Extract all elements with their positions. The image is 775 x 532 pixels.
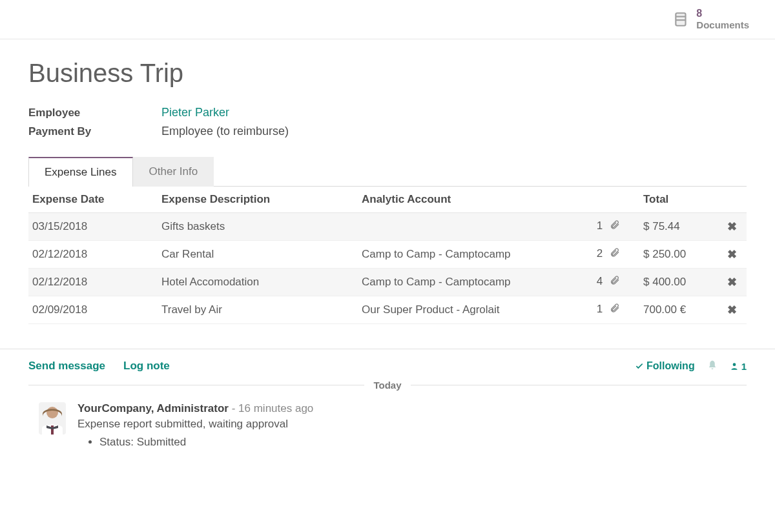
cell-desc: Gifts baskets: [158, 212, 358, 240]
tabs: Expense Lines Other Info: [28, 156, 747, 187]
employee-value[interactable]: Pieter Parker: [161, 106, 229, 119]
follower-count-button[interactable]: 1: [730, 361, 747, 372]
person-icon: [730, 362, 739, 371]
cell-total: 700.00 €: [639, 296, 723, 323]
cell-attachments[interactable]: 2: [593, 240, 639, 268]
cell-analytic: Camp to Camp - Camptocamp: [358, 240, 593, 268]
cell-total: $ 400.00: [639, 268, 723, 296]
col-header-total[interactable]: Total: [639, 187, 723, 213]
check-icon: [635, 362, 644, 371]
cell-date: 02/12/2018: [28, 268, 158, 296]
cell-date: 02/12/2018: [28, 240, 158, 268]
table-row[interactable]: 02/12/2018Hotel AccomodationCamp to Camp…: [28, 268, 747, 296]
employee-label: Employee: [28, 107, 161, 119]
delete-row-button[interactable]: ✖: [727, 303, 737, 316]
page-title: Business Trip: [28, 59, 747, 88]
svg-rect-6: [51, 425, 54, 435]
message-status-item: Status: Submitted: [99, 436, 313, 449]
paperclip-icon[interactable]: [610, 220, 620, 233]
cell-desc: Car Rental: [158, 240, 358, 268]
expense-table: Expense Date Expense Description Analyti…: [28, 187, 747, 324]
col-header-desc[interactable]: Expense Description: [158, 187, 358, 213]
table-row[interactable]: 03/15/2018Gifts baskets1 $ 75.44✖: [28, 212, 747, 240]
paperclip-icon[interactable]: [610, 303, 620, 316]
message-text: Expense report submitted, waiting approv…: [78, 418, 313, 431]
follower-count: 1: [741, 361, 747, 372]
documents-icon: [673, 11, 690, 28]
field-group: Employee Pieter Parker Payment By Employ…: [28, 106, 747, 138]
documents-label: Documents: [696, 19, 749, 30]
cell-desc: Hotel Accomodation: [158, 268, 358, 296]
message: YourCompany, Administrator - 16 minutes …: [0, 391, 775, 458]
svg-point-5: [46, 407, 58, 418]
cell-date: 02/09/2018: [28, 296, 158, 323]
separator-label: Today: [364, 380, 410, 391]
col-header-analytic[interactable]: Analytic Account: [358, 187, 593, 213]
documents-count: 8: [696, 8, 749, 19]
tab-other-info[interactable]: Other Info: [133, 157, 214, 187]
message-author[interactable]: YourCompany, Administrator: [78, 402, 229, 414]
delete-row-button[interactable]: ✖: [727, 276, 737, 289]
date-separator: Today: [0, 380, 775, 391]
delete-row-button[interactable]: ✖: [727, 220, 737, 233]
payment-value: Employee (to reimburse): [161, 125, 289, 138]
cell-analytic: Our Super Product - Agrolait: [358, 296, 593, 323]
paperclip-icon[interactable]: [610, 247, 620, 261]
bell-icon[interactable]: [707, 360, 718, 373]
cell-attachments[interactable]: 4: [593, 268, 639, 296]
log-note-button[interactable]: Log note: [123, 360, 170, 373]
col-header-date[interactable]: Expense Date: [28, 187, 158, 213]
send-message-button[interactable]: Send message: [28, 360, 105, 373]
cell-analytic: Camp to Camp - Camptocamp: [358, 268, 593, 296]
cell-date: 03/15/2018: [28, 212, 158, 240]
chatter-toolbar: Send message Log note Following 1: [0, 349, 775, 380]
svg-point-3: [732, 363, 736, 366]
header-bar: 8 Documents: [0, 4, 775, 39]
delete-row-button[interactable]: ✖: [727, 248, 737, 261]
tab-expense-lines[interactable]: Expense Lines: [28, 157, 133, 187]
cell-attachments[interactable]: 1: [593, 212, 639, 240]
table-row[interactable]: 02/12/2018Car RentalCamp to Camp - Campt…: [28, 240, 747, 268]
following-button[interactable]: Following: [635, 360, 695, 372]
documents-button[interactable]: 8 Documents: [673, 8, 749, 31]
message-time: - 16 minutes ago: [232, 402, 314, 414]
cell-attachments[interactable]: 1: [593, 296, 639, 323]
cell-analytic: [358, 212, 593, 240]
paperclip-icon[interactable]: [610, 275, 620, 289]
avatar: [39, 402, 66, 435]
cell-total: $ 75.44: [639, 212, 723, 240]
following-label: Following: [646, 360, 695, 372]
payment-label: Payment By: [28, 125, 161, 138]
cell-desc: Travel by Air: [158, 296, 358, 323]
table-row[interactable]: 02/09/2018Travel by AirOur Super Product…: [28, 296, 747, 323]
cell-total: $ 250.00: [639, 240, 723, 268]
